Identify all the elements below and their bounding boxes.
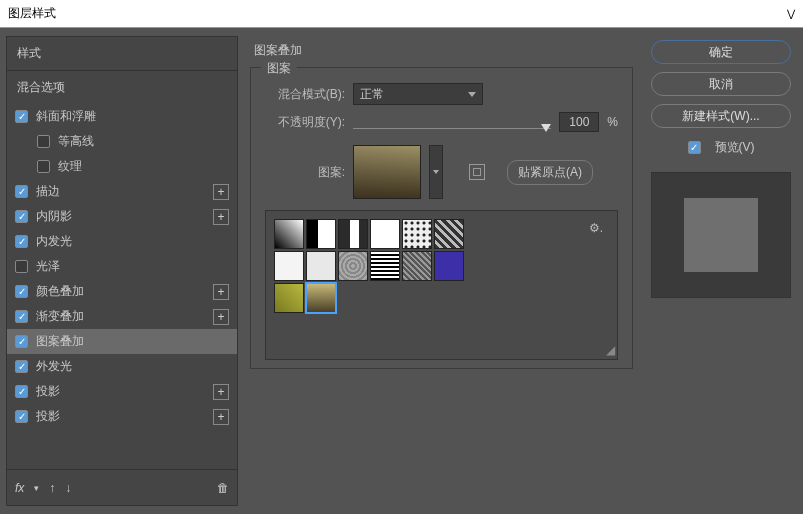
pattern-fieldset: 图案 混合模式(B): 正常 不透明度(Y): 100 % 图案:: [250, 67, 633, 369]
blend-mode-select[interactable]: 正常: [353, 83, 483, 105]
fx-icon[interactable]: fx: [15, 481, 24, 495]
pattern-swatch[interactable]: [274, 283, 304, 313]
new-style-button[interactable]: 新建样式(W)...: [651, 104, 791, 128]
style-checkbox[interactable]: [15, 235, 28, 248]
window-title: 图层样式: [8, 5, 56, 22]
pattern-dropdown[interactable]: [429, 145, 443, 199]
pattern-swatch[interactable]: [306, 283, 336, 313]
style-label: 光泽: [36, 258, 229, 275]
pattern-swatch[interactable]: [338, 219, 368, 249]
resize-grip-icon[interactable]: ◢: [606, 343, 615, 357]
style-label: 投影: [36, 383, 213, 400]
blend-options-header[interactable]: 混合选项: [7, 70, 237, 104]
style-row[interactable]: 等高线: [7, 129, 237, 154]
snap-origin-icon[interactable]: [469, 164, 485, 180]
arrow-down-icon[interactable]: ↓: [65, 481, 71, 495]
style-label: 内阴影: [36, 208, 213, 225]
preview-checkbox[interactable]: ✓: [688, 141, 701, 154]
opacity-label: 不透明度(Y):: [265, 114, 345, 131]
style-row[interactable]: 纹理: [7, 154, 237, 179]
style-row[interactable]: 颜色叠加+: [7, 279, 237, 304]
pattern-label: 图案:: [265, 164, 345, 181]
style-label: 斜面和浮雕: [36, 108, 229, 125]
opacity-slider[interactable]: [353, 120, 551, 124]
style-checkbox[interactable]: [15, 260, 28, 273]
style-label: 渐变叠加: [36, 308, 213, 325]
pattern-swatch[interactable]: [306, 219, 336, 249]
action-panel: 确定 取消 新建样式(W)... ✓ 预览(V): [645, 36, 797, 506]
chevron-down-icon[interactable]: ⋁: [787, 8, 795, 19]
pattern-swatch[interactable]: [338, 251, 368, 281]
style-label: 描边: [36, 183, 213, 200]
pattern-swatch[interactable]: [434, 219, 464, 249]
style-checkbox[interactable]: [15, 110, 28, 123]
style-label: 图案叠加: [36, 333, 229, 350]
preview-label: 预览(V): [715, 139, 755, 156]
add-effect-icon[interactable]: +: [213, 409, 229, 425]
style-row[interactable]: 投影+: [7, 379, 237, 404]
style-checkbox[interactable]: [15, 285, 28, 298]
style-label: 外发光: [36, 358, 229, 375]
add-effect-icon[interactable]: +: [213, 284, 229, 300]
pattern-swatch[interactable]: [402, 219, 432, 249]
pattern-swatch[interactable]: [306, 251, 336, 281]
chevron-down-icon[interactable]: ▾: [34, 483, 39, 493]
fieldset-legend: 图案: [261, 60, 297, 77]
pattern-thumbnail[interactable]: [353, 145, 421, 199]
style-checkbox[interactable]: [15, 360, 28, 373]
style-row[interactable]: 投影+: [7, 404, 237, 429]
style-row[interactable]: 渐变叠加+: [7, 304, 237, 329]
style-row[interactable]: 图案叠加: [7, 329, 237, 354]
trash-icon[interactable]: 🗑: [217, 481, 229, 495]
preview-box: [651, 172, 791, 298]
preview-swatch: [684, 198, 758, 272]
gear-icon[interactable]: ⚙.: [589, 221, 603, 235]
style-label: 等高线: [58, 133, 229, 150]
style-label: 颜色叠加: [36, 283, 213, 300]
add-effect-icon[interactable]: +: [213, 384, 229, 400]
add-effect-icon[interactable]: +: [213, 184, 229, 200]
style-label: 投影: [36, 408, 213, 425]
pattern-swatch[interactable]: [402, 251, 432, 281]
title-bar: 图层样式 ⋁: [0, 0, 803, 28]
blend-mode-label: 混合模式(B):: [265, 86, 345, 103]
style-label: 内发光: [36, 233, 229, 250]
styles-header: 样式: [7, 37, 237, 70]
sidebar-footer: fx ▾ ↑ ↓ 🗑: [7, 469, 237, 505]
style-row[interactable]: 外发光: [7, 354, 237, 379]
style-row[interactable]: 描边+: [7, 179, 237, 204]
pattern-swatch[interactable]: [370, 251, 400, 281]
arrow-up-icon[interactable]: ↑: [49, 481, 55, 495]
panel-title: 图案叠加: [250, 36, 633, 65]
opacity-unit: %: [607, 115, 618, 129]
style-label: 纹理: [58, 158, 229, 175]
style-checkbox[interactable]: [15, 335, 28, 348]
pattern-swatch[interactable]: [434, 251, 464, 281]
add-effect-icon[interactable]: +: [213, 309, 229, 325]
ok-button[interactable]: 确定: [651, 40, 791, 64]
style-row[interactable]: 内阴影+: [7, 204, 237, 229]
style-checkbox[interactable]: [15, 210, 28, 223]
style-row[interactable]: 光泽: [7, 254, 237, 279]
opacity-input[interactable]: 100: [559, 112, 599, 132]
pattern-swatch[interactable]: [274, 251, 304, 281]
style-list: 斜面和浮雕等高线纹理描边+内阴影+内发光光泽颜色叠加+渐变叠加+图案叠加外发光投…: [7, 104, 237, 469]
pattern-picker: ⚙. ◢: [265, 210, 618, 360]
pattern-swatch[interactable]: [274, 219, 304, 249]
styles-sidebar: 样式 混合选项 斜面和浮雕等高线纹理描边+内阴影+内发光光泽颜色叠加+渐变叠加+…: [6, 36, 238, 506]
style-row[interactable]: 斜面和浮雕: [7, 104, 237, 129]
style-row[interactable]: 内发光: [7, 229, 237, 254]
options-panel: 图案叠加 图案 混合模式(B): 正常 不透明度(Y): 100 % 图案:: [238, 36, 645, 506]
style-checkbox[interactable]: [37, 135, 50, 148]
style-checkbox[interactable]: [37, 160, 50, 173]
style-checkbox[interactable]: [15, 385, 28, 398]
style-checkbox[interactable]: [15, 185, 28, 198]
add-effect-icon[interactable]: +: [213, 209, 229, 225]
snap-origin-button[interactable]: 贴紧原点(A): [507, 160, 593, 185]
style-checkbox[interactable]: [15, 310, 28, 323]
pattern-swatch[interactable]: [370, 219, 400, 249]
cancel-button[interactable]: 取消: [651, 72, 791, 96]
style-checkbox[interactable]: [15, 410, 28, 423]
